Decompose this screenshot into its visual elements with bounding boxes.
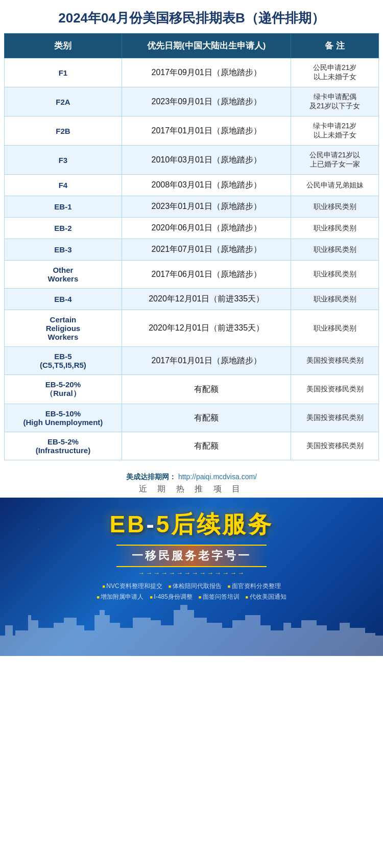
table-row: EB-5-2% (Infrastructure)有配额美国投资移民类别 [5,432,379,460]
banner-main-title: EB-5后续服务 [110,509,274,541]
table-cell-date: 有配额 [122,404,291,432]
table-wrapper: 类别 优先日期(中国大陆出生申请人) 备 注 F12017年09月01日（原地踏… [0,33,383,465]
table-cell-date: 2020年12月01日（前进335天） [122,289,291,310]
table-cell-category: EB-5-2% (Infrastructure) [5,432,122,460]
table-cell-date: 2017年06月01日（原地踏步） [122,261,291,289]
page-header: 2024年04月份美国移民排期表B（递件排期） [0,0,383,33]
svg-rect-13 [120,628,133,656]
svg-rect-18 [180,605,187,613]
table-header-row: 类别 优先日期(中国大陆出生申请人) 备 注 [5,34,379,58]
table-cell-category: EB-4 [5,289,122,310]
svg-rect-32 [350,628,365,656]
table-cell-note: 绿卡申请配偶 及21岁以下子女 [291,87,379,116]
table-row: EB-5-10% (High Unemployment)有配额美国投资移民类别 [5,404,379,432]
table-row: EB-5 (C5,T5,I5,R5)2017年01月01日（原地踏步）美国投资移… [5,347,379,375]
svg-rect-21 [222,628,232,656]
svg-rect-1 [5,625,13,656]
banner-bullet-3: 面官资料分类整理 [228,582,281,591]
banner-subtitle: 一移民服务老字号一 [132,548,251,564]
svg-rect-10 [94,615,110,656]
table-cell-note: 职业移民类别 [291,310,379,347]
table-cell-note: 美国投资移民类别 [291,404,379,432]
svg-rect-26 [283,623,291,656]
table-row: EB-22020年06月01日（原地踏步）职业移民类别 [5,218,379,239]
table-cell-note: 职业移民类别 [291,261,379,289]
banner-bullet-4: 增加附属申请人 [97,593,143,601]
eb5-banner: EB-5后续服务 一移民服务老字号一 →→→→→→→→→→→→→→ NVC资料整… [0,498,383,656]
footer-site-url: http://paiqi.mcdvisa.com/ [178,473,257,481]
banner-arrows: →→→→→→→→→→→→→→ [138,569,245,577]
city-silhouette-icon [0,595,383,656]
banner-bullet-2: 体检陪同代取报告 [169,582,222,591]
svg-rect-6 [54,623,64,656]
table-cell-category: F2A [5,87,122,116]
table-cell-category: EB-1 [5,196,122,218]
footer-site-line: 美成达排期网： http://paiqi.mcdvisa.com/ [5,473,378,482]
banner-bullet-7: 代收美国通知 [246,593,286,601]
table-cell-date: 2017年09月01日（原地踏步） [122,58,291,87]
table-cell-note: 职业移民类别 [291,196,379,218]
table-cell-date: 2020年06月01日（原地踏步） [122,218,291,239]
svg-rect-19 [194,618,207,656]
svg-rect-24 [260,625,271,656]
svg-rect-8 [77,625,84,656]
banner-subtitle-box: 一移民服务老字号一 [116,545,267,567]
table-cell-date: 2008年03月01日（原地踏步） [122,175,291,196]
table-row: EB-5-20% （Rural）有配额美国投资移民类别 [5,375,379,404]
svg-rect-28 [301,620,317,656]
table-cell-date: 有配额 [122,432,291,460]
svg-rect-3 [28,620,38,656]
col-header-date: 优先日期(中国大陆出生申请人) [122,34,291,58]
svg-rect-31 [340,623,350,656]
banner-bullet-1: NVC资料整理和提交 [102,582,162,591]
table-row: Other Workers2017年06月01日（原地踏步）职业移民类别 [5,261,379,289]
svg-rect-29 [317,625,327,656]
svg-rect-15 [151,620,161,656]
svg-rect-30 [327,630,340,656]
footer-links: 美成达排期网： http://paiqi.mcdvisa.com/ 近 期 热 … [0,465,383,498]
banner-title-suffix: 后续服务 [171,511,273,537]
table-row: F2B2017年01月01日（原地踏步）绿卡申请21岁 以上未婚子女 [5,116,379,146]
svg-rect-12 [110,623,120,656]
table-cell-note: 美国投资移民类别 [291,347,379,375]
svg-rect-23 [245,615,260,656]
table-cell-date: 2017年01月01日（原地踏步） [122,347,291,375]
banner-bullet-6: 面签问答培训 [199,593,240,601]
col-header-category: 类别 [5,34,122,58]
table-cell-note: 绿卡申请21岁 以上未婚子女 [291,116,379,146]
table-cell-date: 2023年09月01日（原地踏步） [122,87,291,116]
svg-rect-9 [84,630,94,656]
table-cell-category: EB-5-20% （Rural） [5,375,122,404]
svg-rect-20 [207,623,222,656]
table-cell-category: Certain Religious Workers [5,310,122,347]
banner-bullet-5: I-485身份调整 [150,593,192,601]
table-cell-note: 公民申请兄弟姐妹 [291,175,379,196]
table-row: F32010年03月01日（原地踏步）公民申请21岁以 上已婚子女一家 [5,146,379,175]
banner-title-eb: EB [110,511,147,537]
table-cell-date: 2010年03月01日（原地踏步） [122,146,291,175]
table-cell-date: 2020年12月01日（前进335天） [122,310,291,347]
table-cell-category: EB-2 [5,218,122,239]
table-row: EB-12023年01月01日（原地踏步）职业移民类别 [5,196,379,218]
banner-title-5: 5 [156,511,172,537]
table-cell-note: 美国投资移民类别 [291,375,379,404]
table-cell-category: EB-3 [5,239,122,261]
table-cell-note: 职业移民类别 [291,218,379,239]
table-row: EB-32021年07月01日（原地踏步）职业移民类别 [5,239,379,261]
table-cell-category: F3 [5,146,122,175]
svg-rect-4 [28,615,31,625]
svg-rect-16 [161,625,174,656]
table-row: F12017年09月01日（原地踏步）公民申请21岁 以上未婚子女 [5,58,379,87]
svg-rect-11 [100,610,105,618]
immigration-table: 类别 优先日期(中国大陆出生申请人) 备 注 F12017年09月01日（原地踏… [4,33,379,460]
svg-rect-5 [38,628,54,656]
svg-rect-7 [64,618,77,656]
banner-bullets-bottom: 增加附属申请人 I-485身份调整 面签问答培训 代收美国通知 [86,593,296,601]
col-header-note: 备 注 [291,34,379,58]
footer-hot-projects: 近 期 热 推 项 目 [5,484,378,495]
svg-rect-34 [373,636,383,656]
svg-rect-2 [15,630,28,656]
svg-rect-22 [232,620,245,656]
table-cell-category: Other Workers [5,261,122,289]
table-cell-date: 2021年07月01日（原地踏步） [122,239,291,261]
